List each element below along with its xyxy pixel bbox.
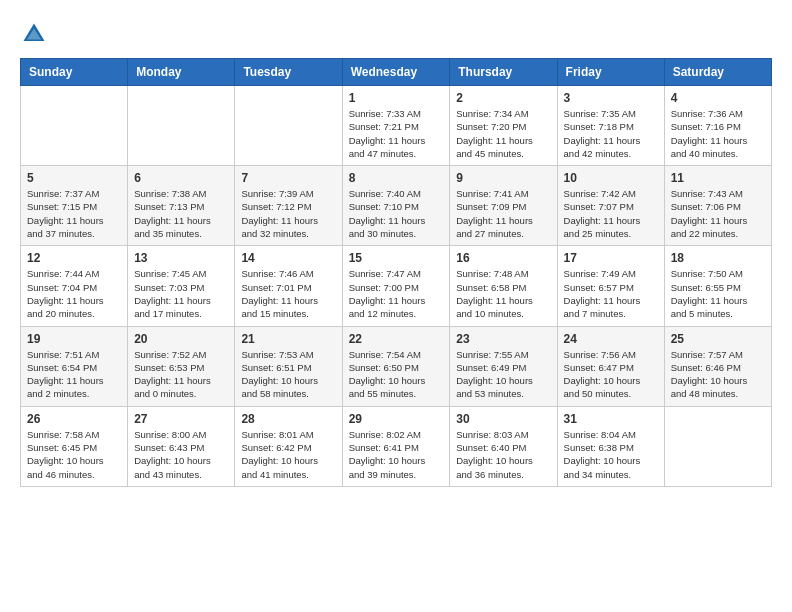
calendar-cell: 25Sunrise: 7:57 AM Sunset: 6:46 PM Dayli…: [664, 326, 771, 406]
day-info: Sunrise: 7:52 AM Sunset: 6:53 PM Dayligh…: [134, 348, 228, 401]
day-info: Sunrise: 7:44 AM Sunset: 7:04 PM Dayligh…: [27, 267, 121, 320]
day-info: Sunrise: 8:00 AM Sunset: 6:43 PM Dayligh…: [134, 428, 228, 481]
calendar-cell: 10Sunrise: 7:42 AM Sunset: 7:07 PM Dayli…: [557, 166, 664, 246]
day-info: Sunrise: 7:35 AM Sunset: 7:18 PM Dayligh…: [564, 107, 658, 160]
calendar-week-row: 1Sunrise: 7:33 AM Sunset: 7:21 PM Daylig…: [21, 86, 772, 166]
calendar-cell: 26Sunrise: 7:58 AM Sunset: 6:45 PM Dayli…: [21, 406, 128, 486]
calendar-cell: 7Sunrise: 7:39 AM Sunset: 7:12 PM Daylig…: [235, 166, 342, 246]
day-info: Sunrise: 7:47 AM Sunset: 7:00 PM Dayligh…: [349, 267, 444, 320]
calendar-cell: [128, 86, 235, 166]
day-info: Sunrise: 8:04 AM Sunset: 6:38 PM Dayligh…: [564, 428, 658, 481]
day-info: Sunrise: 7:34 AM Sunset: 7:20 PM Dayligh…: [456, 107, 550, 160]
calendar-cell: 24Sunrise: 7:56 AM Sunset: 6:47 PM Dayli…: [557, 326, 664, 406]
day-info: Sunrise: 7:57 AM Sunset: 6:46 PM Dayligh…: [671, 348, 765, 401]
day-of-week-header: Monday: [128, 59, 235, 86]
day-of-week-header: Thursday: [450, 59, 557, 86]
day-info: Sunrise: 7:51 AM Sunset: 6:54 PM Dayligh…: [27, 348, 121, 401]
day-number: 31: [564, 412, 658, 426]
calendar-cell: [21, 86, 128, 166]
calendar-cell: 6Sunrise: 7:38 AM Sunset: 7:13 PM Daylig…: [128, 166, 235, 246]
day-info: Sunrise: 7:48 AM Sunset: 6:58 PM Dayligh…: [456, 267, 550, 320]
day-number: 26: [27, 412, 121, 426]
day-info: Sunrise: 7:53 AM Sunset: 6:51 PM Dayligh…: [241, 348, 335, 401]
day-number: 25: [671, 332, 765, 346]
day-number: 22: [349, 332, 444, 346]
day-number: 1: [349, 91, 444, 105]
calendar-cell: 22Sunrise: 7:54 AM Sunset: 6:50 PM Dayli…: [342, 326, 450, 406]
calendar-week-row: 19Sunrise: 7:51 AM Sunset: 6:54 PM Dayli…: [21, 326, 772, 406]
day-info: Sunrise: 7:38 AM Sunset: 7:13 PM Dayligh…: [134, 187, 228, 240]
calendar-cell: 15Sunrise: 7:47 AM Sunset: 7:00 PM Dayli…: [342, 246, 450, 326]
day-info: Sunrise: 7:39 AM Sunset: 7:12 PM Dayligh…: [241, 187, 335, 240]
page-header: [20, 20, 772, 48]
day-number: 5: [27, 171, 121, 185]
day-info: Sunrise: 7:58 AM Sunset: 6:45 PM Dayligh…: [27, 428, 121, 481]
day-number: 30: [456, 412, 550, 426]
calendar-cell: [664, 406, 771, 486]
day-info: Sunrise: 7:43 AM Sunset: 7:06 PM Dayligh…: [671, 187, 765, 240]
logo-icon: [20, 20, 48, 48]
day-info: Sunrise: 7:33 AM Sunset: 7:21 PM Dayligh…: [349, 107, 444, 160]
day-number: 13: [134, 251, 228, 265]
calendar-table: SundayMondayTuesdayWednesdayThursdayFrid…: [20, 58, 772, 487]
day-number: 9: [456, 171, 550, 185]
day-number: 12: [27, 251, 121, 265]
day-of-week-header: Friday: [557, 59, 664, 86]
day-info: Sunrise: 7:54 AM Sunset: 6:50 PM Dayligh…: [349, 348, 444, 401]
calendar-cell: 27Sunrise: 8:00 AM Sunset: 6:43 PM Dayli…: [128, 406, 235, 486]
day-number: 24: [564, 332, 658, 346]
day-info: Sunrise: 7:41 AM Sunset: 7:09 PM Dayligh…: [456, 187, 550, 240]
day-number: 28: [241, 412, 335, 426]
day-of-week-header: Saturday: [664, 59, 771, 86]
calendar-week-row: 26Sunrise: 7:58 AM Sunset: 6:45 PM Dayli…: [21, 406, 772, 486]
day-number: 21: [241, 332, 335, 346]
day-info: Sunrise: 7:49 AM Sunset: 6:57 PM Dayligh…: [564, 267, 658, 320]
calendar-cell: [235, 86, 342, 166]
calendar-cell: 4Sunrise: 7:36 AM Sunset: 7:16 PM Daylig…: [664, 86, 771, 166]
day-number: 23: [456, 332, 550, 346]
calendar-cell: 18Sunrise: 7:50 AM Sunset: 6:55 PM Dayli…: [664, 246, 771, 326]
calendar-week-row: 5Sunrise: 7:37 AM Sunset: 7:15 PM Daylig…: [21, 166, 772, 246]
day-number: 8: [349, 171, 444, 185]
day-number: 2: [456, 91, 550, 105]
day-info: Sunrise: 8:03 AM Sunset: 6:40 PM Dayligh…: [456, 428, 550, 481]
day-of-week-header: Tuesday: [235, 59, 342, 86]
day-number: 7: [241, 171, 335, 185]
day-info: Sunrise: 7:37 AM Sunset: 7:15 PM Dayligh…: [27, 187, 121, 240]
calendar-cell: 30Sunrise: 8:03 AM Sunset: 6:40 PM Dayli…: [450, 406, 557, 486]
day-number: 27: [134, 412, 228, 426]
day-number: 17: [564, 251, 658, 265]
calendar-cell: 21Sunrise: 7:53 AM Sunset: 6:51 PM Dayli…: [235, 326, 342, 406]
day-info: Sunrise: 7:36 AM Sunset: 7:16 PM Dayligh…: [671, 107, 765, 160]
day-of-week-header: Wednesday: [342, 59, 450, 86]
calendar-cell: 9Sunrise: 7:41 AM Sunset: 7:09 PM Daylig…: [450, 166, 557, 246]
day-number: 20: [134, 332, 228, 346]
day-number: 15: [349, 251, 444, 265]
day-info: Sunrise: 8:02 AM Sunset: 6:41 PM Dayligh…: [349, 428, 444, 481]
calendar-cell: 16Sunrise: 7:48 AM Sunset: 6:58 PM Dayli…: [450, 246, 557, 326]
day-info: Sunrise: 7:56 AM Sunset: 6:47 PM Dayligh…: [564, 348, 658, 401]
day-number: 10: [564, 171, 658, 185]
day-info: Sunrise: 7:50 AM Sunset: 6:55 PM Dayligh…: [671, 267, 765, 320]
day-number: 29: [349, 412, 444, 426]
logo: [20, 20, 52, 48]
calendar-cell: 13Sunrise: 7:45 AM Sunset: 7:03 PM Dayli…: [128, 246, 235, 326]
calendar-cell: 19Sunrise: 7:51 AM Sunset: 6:54 PM Dayli…: [21, 326, 128, 406]
calendar-cell: 1Sunrise: 7:33 AM Sunset: 7:21 PM Daylig…: [342, 86, 450, 166]
calendar-cell: 5Sunrise: 7:37 AM Sunset: 7:15 PM Daylig…: [21, 166, 128, 246]
day-number: 16: [456, 251, 550, 265]
day-of-week-header: Sunday: [21, 59, 128, 86]
calendar-cell: 29Sunrise: 8:02 AM Sunset: 6:41 PM Dayli…: [342, 406, 450, 486]
day-number: 18: [671, 251, 765, 265]
calendar-week-row: 12Sunrise: 7:44 AM Sunset: 7:04 PM Dayli…: [21, 246, 772, 326]
day-info: Sunrise: 7:45 AM Sunset: 7:03 PM Dayligh…: [134, 267, 228, 320]
calendar-cell: 31Sunrise: 8:04 AM Sunset: 6:38 PM Dayli…: [557, 406, 664, 486]
calendar-cell: 20Sunrise: 7:52 AM Sunset: 6:53 PM Dayli…: [128, 326, 235, 406]
day-info: Sunrise: 7:55 AM Sunset: 6:49 PM Dayligh…: [456, 348, 550, 401]
day-number: 3: [564, 91, 658, 105]
day-info: Sunrise: 7:42 AM Sunset: 7:07 PM Dayligh…: [564, 187, 658, 240]
calendar-cell: 28Sunrise: 8:01 AM Sunset: 6:42 PM Dayli…: [235, 406, 342, 486]
day-number: 4: [671, 91, 765, 105]
day-info: Sunrise: 8:01 AM Sunset: 6:42 PM Dayligh…: [241, 428, 335, 481]
calendar-cell: 17Sunrise: 7:49 AM Sunset: 6:57 PM Dayli…: [557, 246, 664, 326]
